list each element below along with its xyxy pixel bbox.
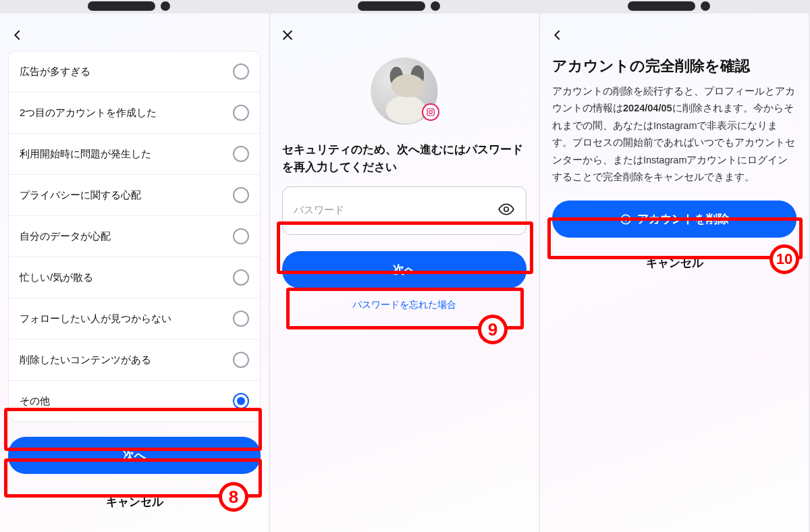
- svg-point-2: [432, 109, 433, 111]
- reason-row[interactable]: 自分のデータが心配: [9, 215, 260, 257]
- radio-icon[interactable]: [233, 63, 249, 80]
- reason-label: フォローしたい人が見つからない: [20, 313, 171, 325]
- status-bar: [540, 0, 809, 14]
- svg-point-3: [504, 207, 509, 211]
- reason-row[interactable]: 忙しい/気が散る: [9, 257, 260, 298]
- body-date: 2024/04/05: [623, 103, 672, 113]
- eye-icon[interactable]: [497, 201, 515, 221]
- next-button[interactable]: 次へ: [282, 251, 526, 288]
- reason-row[interactable]: 利用開始時に問題が発生した: [9, 133, 260, 174]
- radio-icon[interactable]: [233, 393, 249, 409]
- back-icon[interactable]: [8, 26, 27, 45]
- step-badge: 9: [478, 315, 508, 344]
- avatar-wrap: [270, 51, 539, 125]
- password-placeholder: パスワード: [294, 204, 344, 217]
- radio-icon[interactable]: [233, 269, 249, 286]
- reason-label: 広告が多すぎる: [20, 65, 90, 78]
- reason-row[interactable]: 削除したいコンテンツがある: [9, 339, 260, 380]
- nav-bar: [270, 14, 539, 51]
- radio-icon[interactable]: [233, 105, 249, 121]
- reason-label: その他: [20, 395, 50, 408]
- radio-icon[interactable]: [233, 146, 249, 162]
- reason-row[interactable]: その他: [9, 380, 260, 421]
- svg-point-1: [429, 111, 433, 114]
- status-bar: [270, 0, 539, 14]
- instagram-badge-icon: [422, 103, 439, 121]
- panel-reason: 広告が多すぎる 2つ目のアカウントを作成した 利用開始時に問題が発生した プライ…: [0, 0, 270, 532]
- reason-label: 削除したいコンテンツがある: [20, 354, 151, 367]
- reason-list: 広告が多すぎる 2つ目のアカウントを作成した 利用開始時に問題が発生した プライ…: [8, 51, 261, 422]
- reason-row[interactable]: プライバシーに関する心配: [9, 174, 260, 215]
- status-bar: [0, 0, 269, 14]
- body-post: に削除されます。今からそれまでの間、あなたはInstagramで非表示になります…: [552, 103, 795, 182]
- panel-password: セキュリティのため、次へ進むにはパスワードを再入力してください パスワード 次へ…: [270, 0, 540, 532]
- reason-label: 利用開始時に問題が発生した: [20, 148, 151, 161]
- reason-label: プライバシーに関する心配: [20, 189, 141, 202]
- back-icon[interactable]: [548, 26, 567, 45]
- delete-label: アカウントを削除: [637, 211, 729, 227]
- radio-icon[interactable]: [233, 352, 249, 368]
- close-icon[interactable]: [278, 26, 297, 45]
- nav-bar: [540, 14, 809, 51]
- password-heading: セキュリティのため、次へ進むにはパスワードを再入力してください: [270, 125, 539, 180]
- radio-icon[interactable]: [233, 311, 249, 327]
- radio-icon[interactable]: [233, 228, 249, 244]
- confirm-body: アカウントの削除を続行すると、プロフィールとアカウントの情報は2024/04/0…: [540, 83, 809, 186]
- radio-icon[interactable]: [233, 187, 249, 203]
- confirm-title: アカウントの完全削除を確認: [540, 51, 809, 83]
- info-icon: [620, 213, 632, 225]
- nav-bar: [0, 14, 269, 51]
- panel-confirm: アカウントの完全削除を確認 アカウントの削除を続行すると、プロフィールとアカウン…: [540, 0, 810, 532]
- reason-row[interactable]: 広告が多すぎる: [9, 51, 260, 92]
- cancel-button[interactable]: キャンセル: [552, 244, 796, 282]
- forgot-password-link[interactable]: パスワードを忘れた場合: [270, 299, 539, 311]
- next-button[interactable]: 次へ: [8, 437, 261, 474]
- reason-row[interactable]: フォローしたい人が見つからない: [9, 298, 260, 339]
- reason-label: 忙しい/気が散る: [20, 271, 93, 284]
- password-input[interactable]: パスワード: [282, 186, 526, 235]
- cancel-button[interactable]: キャンセル: [8, 483, 261, 521]
- reason-label: 2つ目のアカウントを作成した: [20, 107, 157, 119]
- delete-account-button[interactable]: アカウントを削除: [552, 201, 796, 238]
- reason-row[interactable]: 2つ目のアカウントを作成した: [9, 92, 260, 133]
- reason-label: 自分のデータが心配: [20, 230, 111, 243]
